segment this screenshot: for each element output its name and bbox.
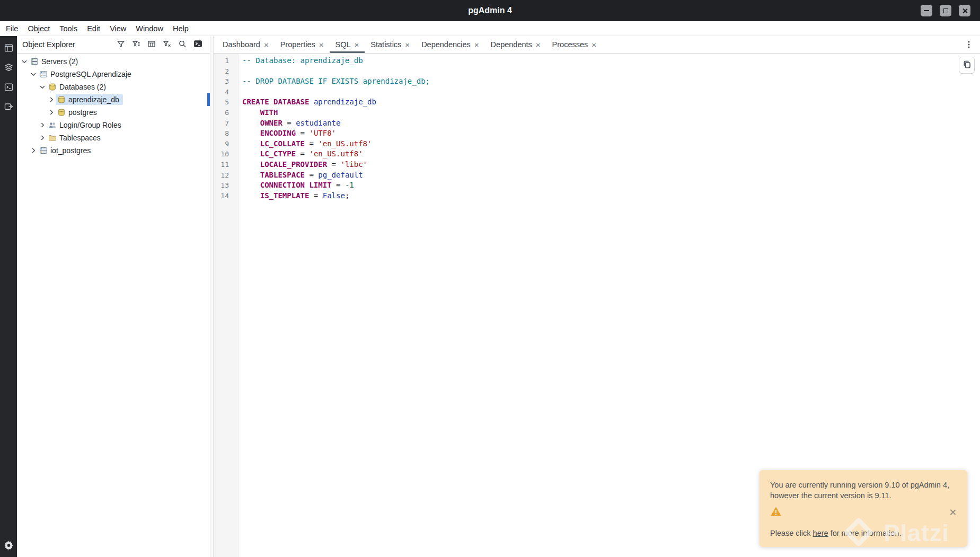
warning-triangle-icon	[770, 506, 782, 518]
object-explorer-panel: Object Explorer Servers (2)PostgreSQL Ap…	[17, 36, 210, 557]
tab-dependencies[interactable]: Dependencies×	[416, 36, 484, 53]
tab-sql[interactable]: SQL×	[330, 36, 365, 53]
tree-item-content: Tablespaces	[47, 132, 104, 143]
view-data-icon	[147, 40, 156, 50]
import-export-icon	[4, 102, 13, 113]
line-number: 11	[214, 160, 229, 170]
tree-item-postgres[interactable]: postgres	[17, 106, 210, 119]
menu-object[interactable]: Object	[23, 21, 55, 36]
tree-item-aprendizaje-db[interactable]: aprendizaje_db	[17, 93, 210, 106]
query-tool-icon	[4, 83, 13, 93]
schema-diff-button[interactable]	[2, 62, 15, 75]
tree-item-servers-2[interactable]: Servers (2)	[17, 55, 210, 68]
close-tab-icon[interactable]: ×	[474, 41, 479, 49]
sort-filter-button[interactable]	[130, 39, 142, 50]
code-line: LOCALE_PROVIDER = 'libc'	[242, 160, 980, 170]
code-line: CONNECTION LIMIT = -1	[242, 180, 980, 191]
tree-item-tablespaces[interactable]: Tablespaces	[17, 131, 210, 144]
tree-item-label: Servers (2)	[41, 57, 78, 66]
chevron-right-icon[interactable]	[38, 121, 47, 129]
tab-processes[interactable]: Processes×	[546, 36, 602, 53]
chevron-down-icon[interactable]	[29, 70, 38, 78]
code-line: WITH	[242, 108, 980, 118]
tree-item-label: aprendizaje_db	[68, 95, 119, 104]
clear-filter-button[interactable]	[161, 39, 173, 50]
query-tool-button[interactable]	[2, 82, 15, 94]
close-tab-icon[interactable]: ×	[536, 41, 541, 49]
copy-button[interactable]	[959, 57, 975, 74]
tree-item-label: Tablespaces	[59, 134, 101, 142]
menu-edit[interactable]: Edit	[82, 21, 105, 36]
panel-splitter[interactable]	[210, 36, 214, 557]
search-objects-button[interactable]	[176, 39, 188, 50]
close-tab-icon[interactable]: ×	[319, 41, 324, 49]
tab-properties[interactable]: Properties×	[275, 36, 330, 53]
menu-file[interactable]: File	[1, 21, 23, 36]
tree-item-postgresql-aprendizaje[interactable]: PostgreSQL Aprendizaje	[17, 68, 210, 81]
menu-tools[interactable]: Tools	[55, 21, 82, 36]
explorer-toolbar	[115, 39, 204, 50]
chevron-down-icon[interactable]	[20, 57, 29, 66]
chevron-right-icon[interactable]	[47, 95, 56, 104]
menu-view[interactable]: View	[105, 21, 131, 36]
tree-item-login-group-roles[interactable]: Login/Group Roles	[17, 119, 210, 131]
toast-close-icon[interactable]	[949, 508, 957, 516]
chevron-right-icon[interactable]	[38, 134, 47, 142]
tab-label: SQL	[336, 40, 351, 49]
tree-item-content: aprendizaje_db	[56, 94, 123, 105]
filter-button[interactable]	[115, 39, 127, 50]
clear-filter-icon	[163, 40, 171, 50]
toast-action-suffix: for more information.	[828, 529, 902, 537]
server-icon	[39, 70, 48, 78]
close-button[interactable]	[959, 5, 970, 16]
menu-window[interactable]: Window	[131, 21, 168, 36]
tree-item-label: postgres	[68, 108, 97, 117]
chevron-right-icon[interactable]	[47, 108, 56, 117]
view-data-button[interactable]	[146, 39, 157, 50]
code-line: -- DROP DATABASE IF EXISTS aprendizaje_d…	[242, 76, 980, 87]
code-line: ENCODING = 'UTF8'	[242, 128, 980, 139]
tab-dashboard[interactable]: Dashboard×	[217, 36, 275, 53]
line-number: 3	[214, 76, 229, 87]
menubar: FileObjectToolsEditViewWindowHelp	[0, 21, 980, 36]
tree-item-iot-postgres[interactable]: iot_postgres	[17, 144, 210, 157]
tab-label: Properties	[280, 40, 315, 49]
maximize-icon	[943, 8, 948, 13]
tree-item-databases-2[interactable]: Databases (2)	[17, 81, 210, 93]
update-notification-toast: You are currently running version 9.10 o…	[760, 470, 967, 547]
tab-statistics[interactable]: Statistics×	[365, 36, 416, 53]
menu-help[interactable]: Help	[168, 21, 193, 36]
close-icon	[962, 8, 968, 14]
roles-icon	[48, 121, 57, 129]
tab-label: Dashboard	[223, 40, 260, 49]
toast-action-prefix: Please click	[770, 529, 813, 537]
close-tab-icon[interactable]: ×	[355, 41, 359, 49]
import-export-button[interactable]	[2, 101, 15, 114]
line-number: 14	[214, 191, 229, 201]
psql-tool-button[interactable]	[192, 39, 204, 50]
settings-button[interactable]	[2, 539, 15, 552]
code-line: -- Database: aprendizaje_db	[242, 56, 980, 66]
close-tab-icon[interactable]: ×	[405, 41, 410, 49]
toast-message: You are currently running version 9.10 o…	[770, 480, 957, 501]
close-tab-icon[interactable]: ×	[591, 41, 596, 49]
more-info-link[interactable]: here	[813, 529, 828, 537]
minimize-button[interactable]	[921, 5, 932, 16]
activity-bar	[0, 36, 17, 557]
tab-list: Dashboard×Properties×SQL×Statistics×Depe…	[217, 36, 602, 53]
code-line	[242, 66, 980, 77]
chevron-right-icon[interactable]	[29, 146, 38, 155]
tree-item-label: Databases (2)	[59, 83, 106, 91]
code-line: IS_TEMPLATE = False;	[242, 191, 980, 201]
tab-label: Processes	[552, 40, 588, 49]
tree-item-label: Login/Group Roles	[59, 121, 121, 129]
line-number: 5	[214, 97, 229, 108]
kebab-menu-icon[interactable]	[958, 36, 980, 53]
chevron-down-icon[interactable]	[38, 83, 47, 91]
object-explorer-button[interactable]	[2, 42, 15, 55]
line-number: 2	[214, 66, 229, 77]
close-tab-icon[interactable]: ×	[264, 41, 269, 49]
tab-dependents[interactable]: Dependents×	[485, 36, 546, 53]
maximize-button[interactable]	[940, 5, 951, 16]
tree-item-content: Servers (2)	[29, 56, 82, 67]
